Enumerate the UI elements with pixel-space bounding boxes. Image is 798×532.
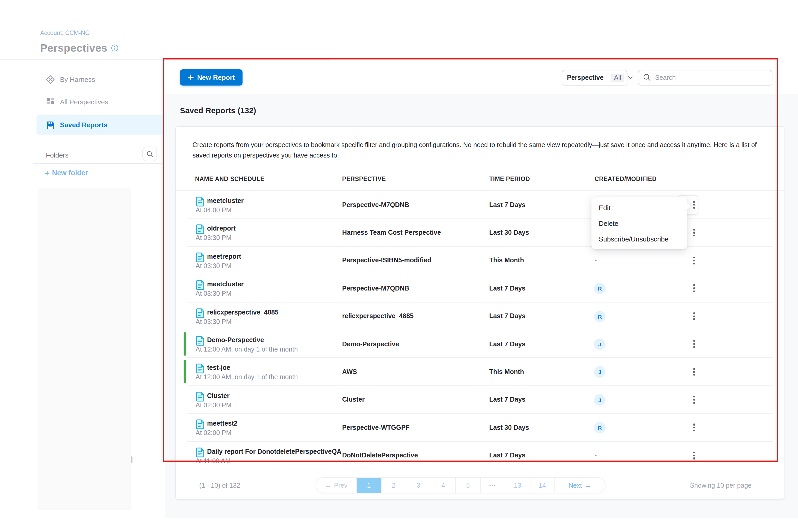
report-name[interactable]: Cluster xyxy=(207,392,229,399)
table-row: meettest2At 02:00 PMPerspective-WTGGPFLa… xyxy=(176,414,784,441)
search-input[interactable] xyxy=(638,70,773,86)
breadcrumb-account[interactable]: Account: CCM-NG xyxy=(40,30,90,36)
pagination-page-14[interactable]: 14 xyxy=(530,478,554,493)
report-schedule: At 03:30 PM xyxy=(195,318,232,325)
pagination-page-4[interactable]: 4 xyxy=(431,478,455,493)
row-context-menu: EditDeleteSubscribe/Unsubscribe xyxy=(591,197,687,249)
card-description: Create reports from your perspectives to… xyxy=(192,140,766,160)
created-empty-value: - xyxy=(594,452,597,459)
pagination-page-5[interactable]: 5 xyxy=(455,478,480,493)
sidebar-item-label: Saved Reports xyxy=(60,121,108,129)
perspective-cell: Harness Team Cost Perspective xyxy=(342,229,441,236)
sidebar-item-by-harness[interactable]: By Harness xyxy=(37,71,164,88)
report-name[interactable]: meetcluster xyxy=(207,197,244,205)
pagination-control: ← Prev 12345•••1314Next→ xyxy=(316,477,606,493)
row-menu-button[interactable] xyxy=(689,255,699,266)
report-name[interactable]: Demo-Perspective xyxy=(207,337,264,344)
time-period-cell: This Month xyxy=(489,257,524,264)
row-divider xyxy=(187,469,773,470)
report-doc-icon xyxy=(196,419,205,429)
page-title: Perspectives xyxy=(40,42,108,54)
row-menu-button[interactable] xyxy=(689,422,699,433)
menu-item-edit[interactable]: Edit xyxy=(591,200,687,215)
report-name[interactable]: meetcluster xyxy=(207,281,244,288)
saved-reports-heading: Saved Reports (132) xyxy=(180,106,256,115)
perspective-cell: Perspective-M7QDNB xyxy=(342,201,409,208)
perspective-cell: Cluster xyxy=(342,396,365,403)
perspectives-page: Account: CCM-NG Perspectives By HarnessA… xyxy=(0,0,798,532)
table-row: test-joeAt 12:00 AM, on day 1 of the mon… xyxy=(176,358,784,386)
time-period-cell: Last 30 Days xyxy=(489,229,529,236)
table-row: Demo-PerspectiveAt 12:00 AM, on day 1 of… xyxy=(176,330,784,358)
page-title-row: Perspectives xyxy=(40,42,118,54)
table-row: relicxperspective_4885At 03:30 PMrelicxp… xyxy=(176,302,784,330)
report-doc-icon xyxy=(196,197,205,207)
menu-item-delete[interactable]: Delete xyxy=(591,215,687,231)
row-menu-button[interactable] xyxy=(689,310,699,322)
perspective-cell: Perspective-ISIBN5-modified xyxy=(342,257,431,264)
sidebar-item-label: By Harness xyxy=(60,75,95,83)
report-schedule: At 02:30 PM xyxy=(195,401,232,408)
avatar: J xyxy=(594,366,606,378)
report-schedule: At 02:00 PM xyxy=(195,429,232,437)
folders-divider xyxy=(33,163,162,164)
search-icon xyxy=(643,74,651,81)
scrollbar-thumb[interactable] xyxy=(131,456,132,463)
row-menu-button[interactable] xyxy=(689,283,699,294)
menu-item-subscribe-unsubscribe[interactable]: Subscribe/Unsubscribe xyxy=(591,231,687,247)
perspective-cell: relicxperspective_4885 xyxy=(342,313,414,320)
perspective-cell: Perspective-M7QDNB xyxy=(342,285,409,292)
pagination-page-1[interactable]: 1 xyxy=(356,478,381,493)
report-name[interactable]: meetreport xyxy=(207,253,241,260)
avatar: R xyxy=(594,283,606,294)
report-doc-icon xyxy=(196,280,205,290)
info-icon[interactable] xyxy=(111,44,118,52)
time-period-cell: Last 7 Days xyxy=(489,313,526,320)
pagination-page-3[interactable]: 3 xyxy=(406,478,431,493)
pagination-page-2[interactable]: 2 xyxy=(381,478,406,493)
search-box xyxy=(638,70,773,86)
sidebar-item-saved-reports[interactable]: Saved Reports xyxy=(37,115,164,135)
report-doc-icon xyxy=(196,447,205,457)
avatar: J xyxy=(594,394,606,405)
pagination-page-13[interactable]: 13 xyxy=(505,478,530,493)
row-menu-button[interactable] xyxy=(689,450,699,461)
table-row: ClusterAt 02:30 PMClusterLast 7 DaysJ xyxy=(176,386,784,414)
new-folder-button[interactable]: + New folder xyxy=(45,169,88,177)
report-doc-icon xyxy=(196,225,205,234)
avatar: R xyxy=(594,310,606,322)
plus-icon xyxy=(188,75,193,80)
row-menu-button[interactable] xyxy=(689,199,699,210)
report-name[interactable]: relicxperspective_4885 xyxy=(207,308,279,316)
table-row: meetreportAt 03:30 PMPerspective-ISIBN5-… xyxy=(176,247,784,274)
row-menu-button[interactable] xyxy=(689,394,699,405)
report-name[interactable]: oldreport xyxy=(207,225,236,232)
row-menu-button[interactable] xyxy=(689,227,699,239)
sidebar-item-label: All Perspectives xyxy=(60,98,108,106)
row-menu-button[interactable] xyxy=(689,366,699,378)
sidebar-item-all-perspectives[interactable]: All Perspectives xyxy=(37,93,164,111)
harness-icon xyxy=(46,75,55,84)
time-period-cell: Last 7 Days xyxy=(489,396,526,403)
pagination-ellipsis[interactable]: ••• xyxy=(480,478,505,493)
perspective-cell: AWS xyxy=(342,368,357,376)
row-menu-button[interactable] xyxy=(689,338,699,350)
new-report-label: New Report xyxy=(197,74,235,81)
pagination-prev-button[interactable]: ← Prev xyxy=(316,478,356,493)
report-schedule: At 12:00 AM, on day 1 of the month xyxy=(195,346,298,353)
column-header-name: NAME AND SCHEDULE xyxy=(195,176,264,182)
pagination-next-button[interactable]: Next→ xyxy=(554,478,605,493)
toolbar-divider xyxy=(165,94,798,94)
folder-search-button[interactable] xyxy=(142,147,157,161)
report-name[interactable]: Daily report For DonotdeletePerspectiveQ… xyxy=(207,448,341,455)
report-doc-icon xyxy=(196,336,205,346)
report-doc-icon xyxy=(196,308,205,318)
perspective-cell: Perspective-WTGGPF xyxy=(342,424,410,431)
perspective-filter-dropdown[interactable]: Perspective All xyxy=(562,70,627,86)
report-name[interactable]: test-joe xyxy=(207,364,230,372)
grid-icon xyxy=(46,97,55,106)
report-name[interactable]: meettest2 xyxy=(207,420,238,427)
folders-label: Folders xyxy=(46,151,69,159)
report-schedule: At 04:00 PM xyxy=(195,207,232,214)
new-report-button[interactable]: New Report xyxy=(180,69,243,86)
